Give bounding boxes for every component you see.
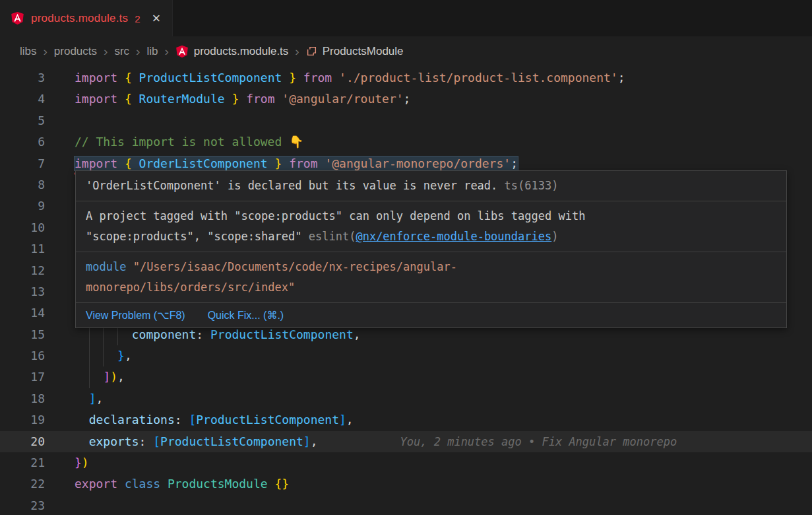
- code-token: ProductsModule: [168, 477, 268, 491]
- breadcrumb-item-products-module-ts[interactable]: products.module.ts: [175, 45, 289, 58]
- breadcrumb-label: ProductsModule: [323, 45, 404, 58]
- code-line-22[interactable]: 22export class ProductsModule {}: [0, 473, 812, 495]
- code-token: :: [175, 413, 189, 427]
- code-token: [160, 477, 168, 491]
- code-text: // This import is not allowed 👇: [45, 131, 812, 153]
- hover-token: "scope:products", "scope:shared": [86, 230, 309, 243]
- code-token: from: [303, 71, 332, 85]
- breadcrumb-label: lib: [146, 45, 158, 58]
- code-text: [45, 110, 812, 131]
- code-text: }): [45, 452, 812, 473]
- code-token: [: [153, 434, 160, 448]
- code-token: from: [246, 92, 274, 106]
- code-text: ]),: [45, 366, 812, 388]
- code-text: },: [45, 345, 812, 366]
- eslint-rule-link[interactable]: @nx/enforce-module-boundaries: [356, 230, 551, 243]
- line-number[interactable]: 11: [0, 238, 45, 259]
- code-token: ]: [339, 413, 346, 427]
- code-token: import: [75, 71, 117, 85]
- hover-token: 'OrderListComponent' is declared but its…: [86, 179, 497, 192]
- code-line-5[interactable]: 5: [0, 110, 812, 131]
- code-token: [75, 392, 89, 405]
- tab-bar: products.module.ts 2 ×: [0, 0, 812, 36]
- line-number[interactable]: 3: [0, 67, 45, 88]
- code-token: RouterModule: [139, 92, 225, 106]
- hover-text-line: 'OrderListComponent' is declared but its…: [86, 176, 776, 196]
- line-number[interactable]: 23: [0, 495, 45, 515]
- code-token: [117, 156, 125, 170]
- code-line-17[interactable]: 17 ]),: [0, 366, 812, 388]
- code-line-19[interactable]: 19 declarations: [ProductListComponent],: [0, 409, 812, 430]
- error-highlight-range: import { OrderListComponent } from '@ang…: [75, 156, 518, 170]
- hover-token: eslint(: [309, 230, 356, 243]
- code-token: ): [82, 456, 89, 469]
- code-line-4[interactable]: 4import { RouterModule } from '@angular/…: [0, 88, 812, 110]
- code-token: {: [125, 71, 132, 85]
- code-line-23[interactable]: 23: [0, 495, 812, 515]
- code-token: ]: [303, 434, 311, 448]
- line-number[interactable]: 19: [0, 409, 45, 430]
- code-token: ProductListComponent: [139, 71, 282, 85]
- code-token: [89, 345, 104, 366]
- breadcrumb-item-products[interactable]: products: [54, 45, 97, 58]
- hover-actions: View Problem (⌥F8)Quick Fix... (⌘.): [76, 303, 786, 327]
- line-number[interactable]: 9: [0, 195, 45, 217]
- line-number[interactable]: 12: [0, 260, 45, 281]
- code-token: ,: [125, 349, 132, 362]
- breadcrumb: libs›products›src›lib›products.module.ts…: [20, 44, 404, 59]
- code-token: :: [139, 434, 154, 448]
- line-number[interactable]: 13: [0, 281, 45, 302]
- code-token: [332, 71, 339, 85]
- line-number[interactable]: 15: [0, 324, 45, 345]
- code-line-6[interactable]: 6// This import is not allowed 👇: [0, 131, 812, 153]
- breadcrumb-label: products: [54, 45, 97, 58]
- line-number[interactable]: 18: [0, 388, 45, 409]
- breadcrumb-separator: ›: [104, 44, 108, 59]
- code-token: ,: [311, 434, 318, 448]
- code-line-3[interactable]: 3import { ProductListComponent } from '.…: [0, 67, 812, 88]
- line-number[interactable]: 20: [0, 431, 45, 452]
- tab-label: products.module.ts: [31, 12, 128, 25]
- code-line-21[interactable]: 21}): [0, 452, 812, 473]
- code-token: declarations: [89, 413, 175, 427]
- code-token: [75, 370, 89, 384]
- line-number[interactable]: 21: [0, 452, 45, 473]
- line-number[interactable]: 17: [0, 366, 45, 388]
- hover-token: A project tagged with "scope:products" c…: [86, 209, 585, 223]
- code-token: }: [274, 156, 282, 170]
- hover-text-line: "scope:products", "scope:shared" eslint(…: [86, 226, 776, 247]
- breadcrumb-item-productsmodule[interactable]: ProductsModule: [306, 45, 404, 58]
- line-number[interactable]: 8: [0, 174, 45, 195]
- code-line-16[interactable]: 16 },: [0, 345, 812, 366]
- code-token: import: [75, 92, 117, 106]
- line-number[interactable]: 5: [0, 110, 45, 131]
- tab-strip-empty: [173, 0, 812, 36]
- code-token: [132, 156, 139, 170]
- tab-products-module-ts[interactable]: products.module.ts 2 ×: [0, 0, 173, 36]
- line-number[interactable]: 10: [0, 217, 45, 238]
- close-icon[interactable]: ×: [152, 11, 161, 26]
- breadcrumb-item-src[interactable]: src: [114, 45, 129, 58]
- breadcrumb-bar: libs›products›src›lib›products.module.ts…: [0, 36, 812, 66]
- hover-popup: 'OrderListComponent' is declared but its…: [75, 170, 787, 328]
- code-token: ;: [618, 71, 625, 85]
- line-number[interactable]: 7: [0, 153, 45, 174]
- quick-fix-action[interactable]: Quick Fix... (⌘.): [208, 309, 284, 322]
- breadcrumb-item-lib[interactable]: lib: [146, 45, 158, 58]
- code-token: ProductListComponent: [160, 434, 303, 448]
- code-token: exports: [89, 434, 139, 448]
- breadcrumb-separator: ›: [164, 44, 168, 59]
- code-text: exports: [ProductListComponent],You, 2 m…: [45, 431, 812, 452]
- line-number[interactable]: 22: [0, 473, 45, 495]
- line-number[interactable]: 4: [0, 88, 45, 110]
- line-number[interactable]: 16: [0, 345, 45, 366]
- code-token: export: [75, 477, 117, 491]
- hover-section-module-info: module "/Users/isaac/Documents/code/nx-r…: [76, 252, 786, 303]
- breadcrumb-item-libs[interactable]: libs: [20, 45, 37, 58]
- hover-token: module: [86, 260, 133, 273]
- line-number[interactable]: 6: [0, 131, 45, 153]
- line-number[interactable]: 14: [0, 302, 45, 324]
- code-line-18[interactable]: 18 ],: [0, 388, 812, 409]
- view-problem-action[interactable]: View Problem (⌥F8): [86, 309, 185, 322]
- code-line-20[interactable]: 20 exports: [ProductListComponent],You, …: [0, 431, 812, 452]
